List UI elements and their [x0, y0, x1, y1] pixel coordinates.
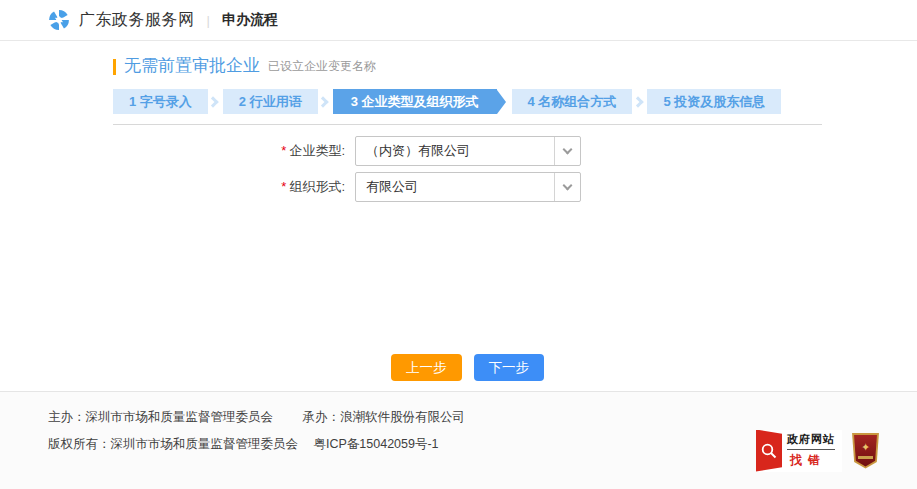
- step-arrow-icon: [208, 89, 223, 114]
- next-step-button[interactable]: 下一步: [474, 354, 545, 381]
- enterprise-type-select[interactable]: （内资）有限公司: [355, 136, 581, 166]
- footer-copyright-text: 版权所有：深圳市市场和质量监督管理委员会: [48, 437, 298, 451]
- page-footer: 主办：深圳市市场和质量监督管理委员会 承办：浪潮软件股份有限公司 版权所有：深圳…: [0, 391, 917, 489]
- find-error-text: 政府网站 找错: [787, 432, 835, 469]
- step-tabs: 1 字号录入 2 行业用语 3 企业类型及组织形式 4 名称组合方式 5 投资及…: [113, 89, 822, 114]
- app-header: 广东政务服务网 | 申办流程: [0, 0, 917, 41]
- footer-icp-text: 粤ICP备15042059号-1: [313, 437, 438, 451]
- footer-undertaker-text: 承办：浪潮软件股份有限公司: [302, 410, 465, 424]
- form-row-organization-form: *组织形式: 有限公司: [113, 172, 822, 202]
- step-arrow-icon: [318, 89, 333, 114]
- form-actions: 上一步 下一步: [113, 354, 822, 381]
- organization-form-select[interactable]: 有限公司: [355, 172, 581, 202]
- shield-strip: [858, 456, 873, 459]
- step-tab-4[interactable]: 4 名称组合方式: [512, 89, 633, 114]
- gov-site-find-error-badge[interactable]: 政府网站 找错: [756, 430, 842, 472]
- step-tab-1[interactable]: 1 字号录入: [113, 89, 208, 114]
- required-asterisk: *: [281, 143, 286, 158]
- organization-form-label: 组织形式:: [289, 179, 345, 194]
- form-row-enterprise-type: *企业类型: （内资）有限公司: [113, 136, 822, 166]
- field-label: *企业类型:: [113, 142, 355, 160]
- security-shield-badge[interactable]: ✦: [852, 433, 879, 469]
- step-arrow-icon: [632, 89, 647, 114]
- required-asterisk: *: [281, 179, 286, 194]
- page-title-row: 无需前置审批企业 已设立企业变更名称: [113, 41, 822, 77]
- enterprise-type-label: 企业类型:: [289, 143, 345, 158]
- main-content: 无需前置审批企业 已设立企业变更名称 1 字号录入 2 行业用语 3 企业类型及…: [113, 41, 822, 381]
- page-subtitle: 已设立企业变更名称: [268, 58, 376, 75]
- select-value: 有限公司: [356, 178, 554, 196]
- select-arrow-box: [554, 137, 580, 165]
- select-value: （内资）有限公司: [356, 142, 554, 160]
- title-accent-bar: [113, 59, 116, 75]
- name-registration-form: *企业类型: （内资）有限公司 *组织形式: 有限公司: [113, 136, 822, 202]
- prev-step-button[interactable]: 上一步: [391, 354, 462, 381]
- page-title: 无需前置审批企业: [124, 54, 260, 77]
- footer-host-text: 主办：深圳市市场和质量监督管理委员会: [48, 410, 273, 424]
- find-error-flag: [756, 430, 782, 472]
- chevron-down-icon: [563, 180, 573, 190]
- field-label: *组织形式:: [113, 178, 355, 196]
- magnifier-icon: [760, 442, 778, 460]
- content-divider: [113, 124, 822, 125]
- badge-subtitle: 找错: [787, 452, 835, 469]
- footer-line-2: 版权所有：深圳市市场和质量监督管理委员会 粤ICP备15042059号-1: [48, 431, 465, 458]
- footer-badges: 政府网站 找错 ✦: [756, 412, 879, 489]
- shield-icon: ✦: [854, 435, 877, 467]
- site-name[interactable]: 广东政务服务网: [79, 10, 195, 31]
- step-tab-2[interactable]: 2 行业用语: [223, 89, 318, 114]
- step-tab-5[interactable]: 5 投资及股东信息: [647, 89, 781, 114]
- shield-emblem-icon: ✦: [861, 442, 870, 453]
- footer-info: 主办：深圳市市场和质量监督管理委员会 承办：浪潮软件股份有限公司 版权所有：深圳…: [48, 404, 465, 489]
- badge-title: 政府网站: [787, 432, 835, 450]
- nav-current-page[interactable]: 申办流程: [222, 11, 278, 29]
- footer-line-1: 主办：深圳市市场和质量监督管理委员会 承办：浪潮软件股份有限公司: [48, 404, 465, 431]
- select-arrow-box: [554, 173, 580, 201]
- pinwheel-logo-icon[interactable]: [48, 9, 70, 31]
- step-tab-3-active[interactable]: 3 企业类型及组织形式: [333, 89, 497, 114]
- header-divider: |: [207, 13, 210, 28]
- step-arrow-icon: [497, 89, 512, 114]
- chevron-down-icon: [563, 144, 573, 154]
